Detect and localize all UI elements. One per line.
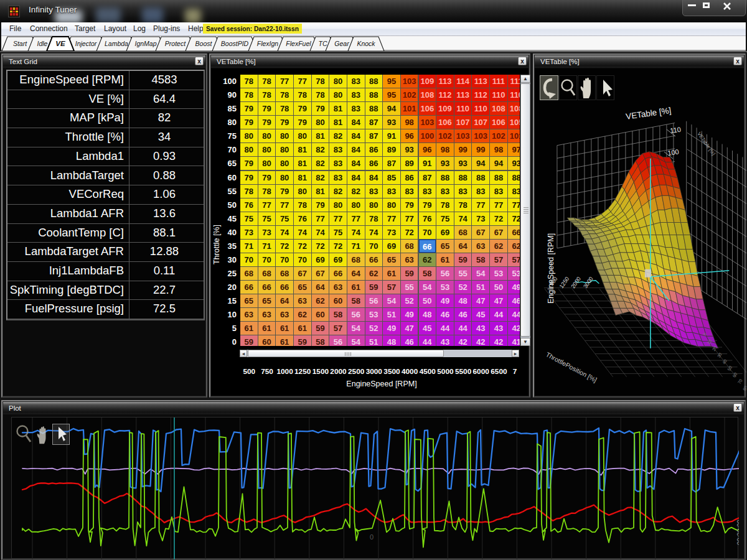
- svg-text:Idle: Idle: [37, 40, 48, 47]
- svg-text:00:20:00: 00:20:00: [736, 520, 739, 545]
- svg-text:BoostPID: BoostPID: [221, 40, 249, 47]
- svg-text:70: 70: [737, 378, 743, 385]
- svg-text:TC: TC: [319, 40, 327, 47]
- svg-text:Injector: Injector: [75, 40, 97, 47]
- svg-text:Protect: Protect: [165, 40, 186, 47]
- svg-text:FlexIgn: FlexIgn: [257, 40, 279, 47]
- svg-text:VETable [%]: VETable [%]: [696, 131, 716, 157]
- svg-text:VE: VE: [55, 40, 65, 47]
- svg-text:Start: Start: [13, 40, 27, 47]
- svg-text:Boost: Boost: [195, 40, 213, 47]
- svg-text:VETable [%]: VETable [%]: [625, 106, 672, 121]
- svg-text:Knock: Knock: [357, 40, 375, 47]
- svg-text:IgnMap: IgnMap: [134, 40, 156, 47]
- svg-text:ThrottlePosition [%]: ThrottlePosition [%]: [545, 350, 598, 383]
- svg-text:80: 80: [742, 385, 746, 391]
- svg-text:EngineSpeed [RPM]: EngineSpeed [RPM]: [547, 233, 555, 304]
- svg-text:3000: 3000: [582, 276, 594, 289]
- svg-text:1250: 1250: [558, 276, 571, 289]
- svg-text:Lambda: Lambda: [105, 40, 128, 47]
- svg-text:FlexFuel: FlexFuel: [286, 40, 311, 47]
- svg-text:Gear: Gear: [334, 40, 349, 47]
- svg-text:0: 0: [370, 533, 374, 541]
